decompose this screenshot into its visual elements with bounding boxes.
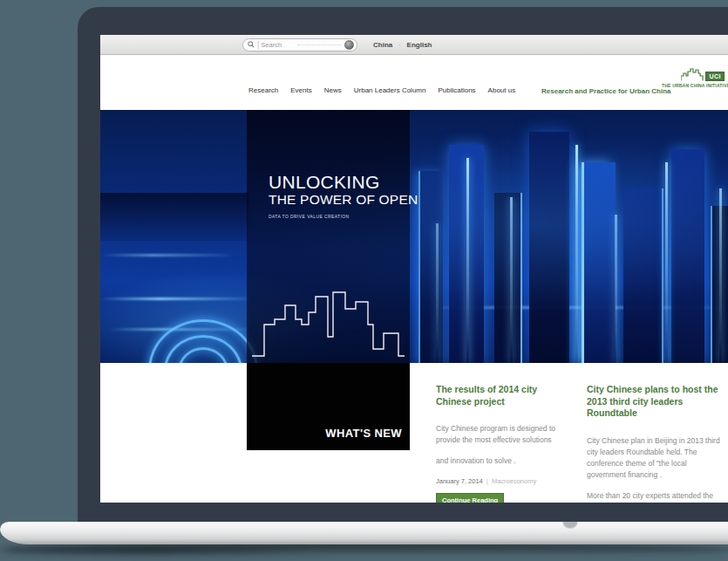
nav-item-events[interactable]: Events [290, 86, 311, 94]
laptop-base [0, 522, 728, 544]
meta-separator: | [486, 477, 488, 485]
search-dotted-leader [297, 44, 341, 45]
nav-item-news[interactable]: News [324, 86, 342, 94]
skyline-line-art [252, 288, 405, 358]
search-icon [248, 41, 255, 48]
laptop-mockup-scene: | China · English Research Events News U… [0, 0, 728, 561]
site-header: Research Events News Urban Leaders Colum… [100, 55, 728, 110]
article-title-link[interactable]: The results of 2014 city Chinese project [436, 384, 574, 407]
article-title-link[interactable]: City Chinese plans to host the 2013 thir… [587, 384, 725, 420]
lang-china-link[interactable]: China [373, 41, 392, 49]
article-meta: January 7, 2014 | Macroeconomy [436, 477, 574, 485]
hero-title-line2: THE POWER OF OPEN [269, 192, 410, 208]
article-excerpt: City Chinese program is designed to prov… [436, 423, 574, 446]
article-card: The results of 2014 city Chinese project… [436, 384, 574, 503]
browser-viewport: | China · English Research Events News U… [100, 35, 728, 503]
language-switcher: China · English [373, 41, 432, 49]
logo-skyline-icon [681, 68, 704, 81]
hero-glow-overlay [100, 110, 728, 363]
logo-acronym: UCI [705, 72, 725, 81]
nav-item-research[interactable]: Research [248, 86, 278, 94]
article-date: January 7, 2014 [436, 477, 483, 485]
lang-english-link[interactable]: English [407, 41, 432, 49]
article-excerpt: More than 20 city experts attended the m… [587, 490, 725, 503]
article-card: City Chinese plans to host the 2013 thir… [587, 384, 725, 503]
hero-subtitle: DATA TO DRIVE VALUE CREATION [269, 214, 410, 219]
news-article-list: The results of 2014 city Chinese project… [436, 384, 725, 503]
article-excerpt: City Chinese plan in Beijing in 2013 thi… [587, 435, 725, 482]
article-excerpt: and innovation to solve . [436, 455, 574, 467]
search-go-button[interactable] [344, 40, 354, 50]
nav-item-about-us[interactable]: About us [488, 86, 516, 94]
laptop-shadow-left [9, 546, 340, 557]
hero-cityscape-art [100, 110, 728, 363]
browser-toolbar: | China · English [100, 35, 728, 55]
search-input[interactable] [261, 41, 296, 49]
laptop-lid-notch [562, 522, 578, 529]
search-divider: | [257, 40, 259, 49]
main-nav: Research Events News Urban Leaders Colum… [248, 86, 515, 94]
lang-separator: · [398, 42, 400, 48]
article-category-link[interactable]: Macroeconomy [492, 477, 536, 485]
site-tagline: Research and Practice for Urban China [541, 87, 671, 95]
hero-banner: UNLOCKING THE POWER OF OPEN DATA TO DRIV… [100, 110, 728, 363]
hero-feature-panel: UNLOCKING THE POWER OF OPEN DATA TO DRIV… [247, 110, 410, 363]
whats-new-section: WHAT'S NEW The results of 2014 city Chin… [100, 363, 728, 503]
nav-item-urban-leaders-column[interactable]: Urban Leaders Column [354, 86, 426, 94]
nav-item-publications[interactable]: Publications [438, 86, 475, 94]
logo-name: THE URBAN CHINA INITIATIVE [662, 83, 725, 88]
uci-logo[interactable]: UCI THE URBAN CHINA INITIATIVE [662, 68, 725, 88]
hero-title-line1: UNLOCKING [269, 173, 410, 192]
continue-reading-button[interactable]: Continue Reading [436, 493, 504, 503]
whats-new-heading: WHAT'S NEW [325, 427, 402, 440]
search-field[interactable]: | [242, 38, 357, 51]
whats-new-panel: WHAT'S NEW [247, 363, 410, 450]
